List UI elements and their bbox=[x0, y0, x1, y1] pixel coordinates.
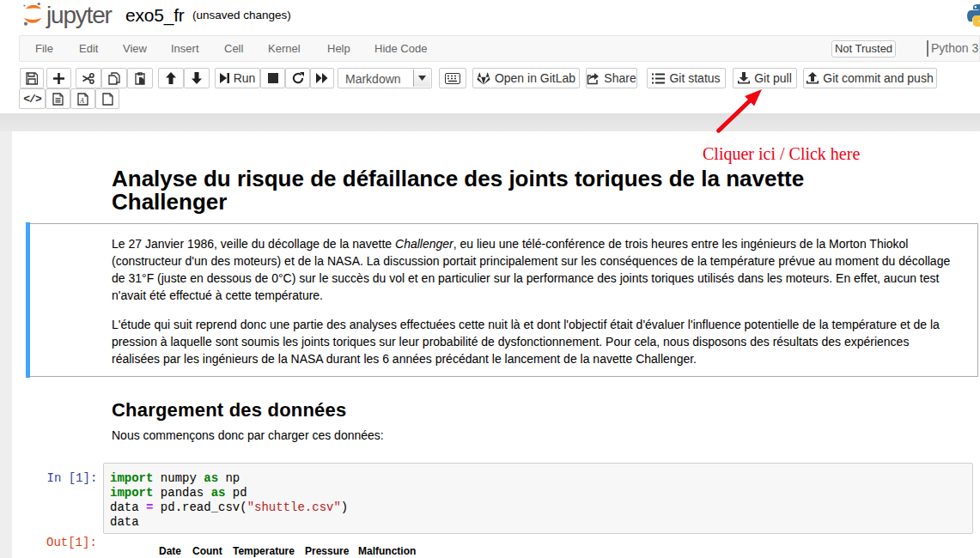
svg-text:A: A bbox=[79, 97, 84, 105]
